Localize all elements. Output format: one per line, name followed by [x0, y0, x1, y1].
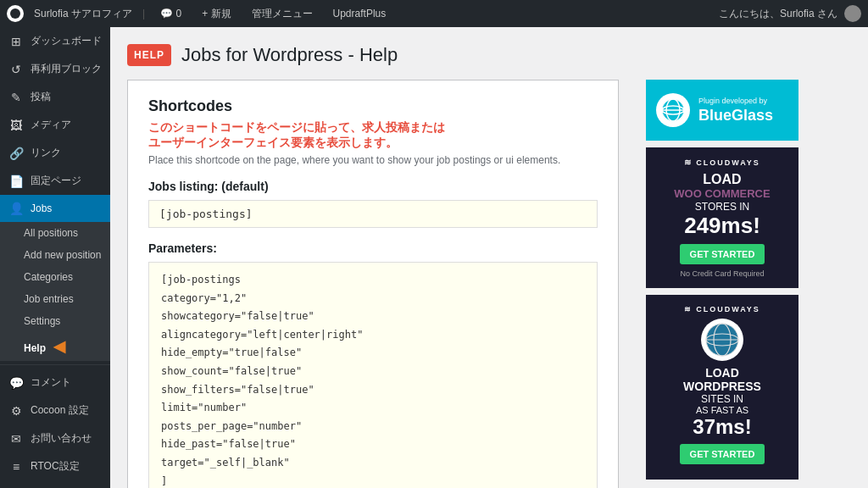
comments-count[interactable]: 💬 0 [155, 8, 186, 19]
cloudways-ms1: 249ms! [656, 213, 788, 239]
submenu-job-entries[interactable]: Job entries [0, 288, 110, 310]
new-post-button[interactable]: + 新規 [197, 7, 236, 21]
posts-icon: ✎ [8, 91, 24, 104]
submenu-help[interactable]: Help ◀ [0, 332, 110, 361]
ad-blueglass[interactable]: Plugin developed by BlueGlass [646, 80, 798, 141]
sidebar-item-media[interactable]: 🖼 メディア [0, 111, 110, 139]
plugin-header: HELP Jobs for Wordpress - Help [127, 44, 851, 66]
subtitle-text: Place this shortcode on the page, where … [148, 154, 598, 166]
shortcodes-card: Shortcodes このショートコードをページに貼って、求人投稿または ユーザ… [127, 80, 619, 488]
cloudways-logo-2: ≋ CLOUDWAYS [656, 305, 788, 313]
right-sidebar: Plugin developed by BlueGlass ≋ CLOUDWAY… [632, 80, 802, 486]
reuse-icon: ↺ [8, 63, 24, 76]
sidebar-item-links[interactable]: 🔗 リンク [0, 139, 110, 167]
cw-wp-load: LOAD [656, 366, 788, 380]
submenu-add-new-position[interactable]: Add new position [0, 244, 110, 266]
media-icon: 🖼 [8, 119, 24, 132]
links-icon: 🔗 [8, 147, 24, 160]
help-badge: HELP [127, 44, 171, 66]
sidebar: ⊞ ダッシュボード ↺ 再利用ブロック ✎ 投稿 🖼 メディア 🔗 リンク 📄 … [0, 27, 110, 488]
ad-cloudways-wp[interactable]: ≋ CLOUDWAYS LOAD WORDPRES [646, 295, 798, 480]
blueglass-logo-icon [661, 98, 685, 122]
cloudways-logo-1: ≋ CLOUDWAYS [656, 158, 788, 167]
site-name[interactable]: Surlofia サアロフィア [34, 7, 132, 21]
sidebar-item-dashboard[interactable]: ⊞ ダッシュボード [0, 27, 110, 55]
cw-wp-asfast: AS FAST AS [656, 405, 788, 415]
jobs-listing-label: Jobs listing: (default) [148, 180, 598, 193]
sidebar-item-appearance[interactable]: 🎨 外観 [0, 480, 110, 488]
wp-logo [7, 5, 24, 22]
submenu-all-positions[interactable]: All positions [0, 222, 110, 244]
jobs-icon: 👤 [8, 202, 24, 215]
cloudways-stores-in: STORES IN [656, 201, 788, 213]
sidebar-item-rtoc[interactable]: ≡ RTOC設定 [0, 452, 110, 480]
contact-icon: ✉ [8, 432, 24, 446]
ad-cloudways-woo[interactable]: ≋ CLOUDWAYS LOAD WOO COMMERCE STORES IN … [646, 147, 798, 288]
params-code-block: [job-postings category="1,2" showcategor… [148, 262, 598, 488]
user-avatar [844, 5, 861, 22]
site-name-text: Surlofia サアロフィア [34, 7, 132, 21]
dashboard-icon: ⊞ [8, 35, 24, 48]
updraftplus-button[interactable]: UpdraftPlus [328, 8, 392, 19]
submenu-categories[interactable]: Categories [0, 266, 110, 288]
cocoon-icon: ⚙ [8, 404, 24, 418]
sidebar-item-comments[interactable]: 💬 コメント [0, 369, 110, 396]
jobs-listing-code[interactable]: [job-postings] [148, 200, 598, 228]
cw-wp-label: WORDPRESS [656, 380, 788, 393]
rtoc-icon: ≡ [8, 460, 24, 474]
cloudways-woo: WOO COMMERCE [656, 187, 788, 201]
main-content: HELP Jobs for Wordpress - Help Shortcode… [110, 27, 868, 488]
cw-wp-ms: 37ms! [656, 415, 788, 439]
shortcodes-title: Shortcodes [148, 97, 598, 115]
subtitle-red: このショートコードをページに貼って、求人投稿または ユーザーインターフェイス要素… [148, 120, 598, 151]
admin-menu-button[interactable]: 管理メニュー [247, 7, 318, 21]
help-arrow-icon: ◀ [53, 337, 65, 356]
sidebar-item-reuse-blocks[interactable]: ↺ 再利用ブロック [0, 55, 110, 83]
sidebar-item-pages[interactable]: 📄 固定ページ [0, 167, 110, 195]
cw-wp-sitesin: SITES IN [656, 393, 788, 405]
sidebar-item-posts[interactable]: ✎ 投稿 [0, 83, 110, 111]
sidebar-item-cocoon[interactable]: ⚙ Cocoon 設定 [0, 396, 110, 424]
jobs-submenu: All positions Add new position Categorie… [0, 222, 110, 361]
submenu-settings[interactable]: Settings [0, 310, 110, 332]
comments-icon: 💬 [8, 376, 24, 390]
cloudways-cta-2[interactable]: GET STARTED [680, 444, 765, 464]
cloudways-note: No Credit Card Required [656, 269, 788, 278]
wp-globe-icon [701, 319, 743, 361]
cloudways-headline1: LOAD [656, 172, 788, 187]
sidebar-item-contact[interactable]: ✉ お問い合わせ [0, 424, 110, 452]
admin-bar: Surlofia サアロフィア | 💬 0 + 新規 管理メニュー Updraf… [0, 0, 868, 27]
params-title: Parameters: [148, 241, 598, 255]
pages-icon: 📄 [8, 175, 24, 188]
sidebar-item-jobs[interactable]: 👤 Jobs [0, 195, 110, 222]
greeting-text: こんにちは、Surlofia さん [719, 7, 837, 21]
cloudways-cta-1[interactable]: GET STARTED [680, 244, 765, 264]
plugin-title: Jobs for Wordpress - Help [181, 44, 398, 66]
